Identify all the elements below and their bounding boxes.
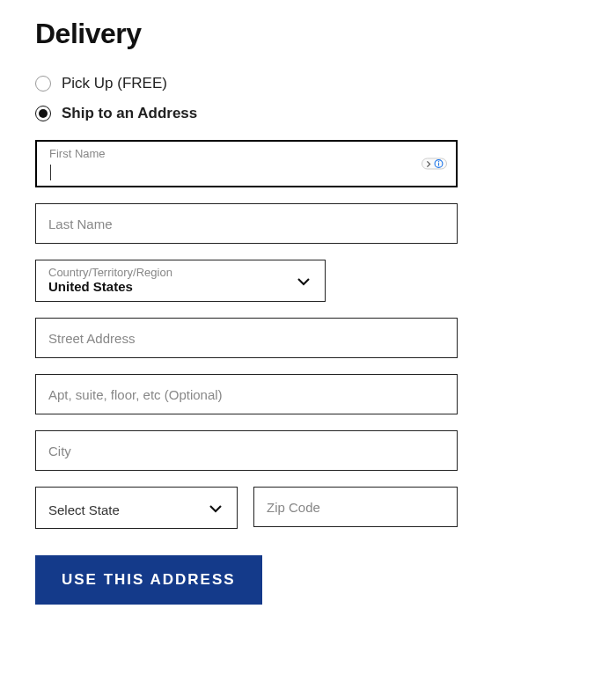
pickup-label: Pick Up (FREE) <box>62 75 167 92</box>
info-icon <box>434 159 444 169</box>
pickup-option[interactable]: Pick Up (FREE) <box>35 75 581 92</box>
country-select[interactable]: Country/Territory/Region United States <box>35 260 326 302</box>
apt-field[interactable] <box>35 374 458 414</box>
street-address-input[interactable] <box>48 319 444 357</box>
chevron-down-icon <box>207 500 224 517</box>
chevron-down-icon <box>295 273 312 290</box>
zip-input[interactable] <box>267 488 444 526</box>
delivery-method-group: Pick Up (FREE) Ship to an Address <box>35 75 581 122</box>
radio-icon <box>35 106 51 121</box>
radio-icon <box>35 76 51 92</box>
last-name-field[interactable] <box>35 203 458 244</box>
first-name-field[interactable]: First Name <box>35 140 458 187</box>
page-title: Delivery <box>35 18 581 50</box>
use-address-button[interactable]: USE THIS ADDRESS <box>35 555 262 605</box>
apt-input[interactable] <box>48 375 444 414</box>
ship-option[interactable]: Ship to an Address <box>35 105 581 122</box>
country-value: United States <box>48 279 133 297</box>
chevron-right-icon <box>425 160 432 167</box>
city-field[interactable] <box>35 430 458 471</box>
text-cursor <box>50 165 51 180</box>
city-input[interactable] <box>48 431 444 470</box>
state-placeholder: Select State <box>48 502 120 524</box>
last-name-input[interactable] <box>48 204 444 243</box>
ship-label: Ship to an Address <box>62 105 197 122</box>
first-name-input[interactable] <box>49 142 444 186</box>
svg-rect-2 <box>438 163 439 165</box>
autofill-indicator[interactable] <box>422 158 447 170</box>
street-address-field[interactable] <box>35 318 458 358</box>
first-name-label: First Name <box>49 147 106 160</box>
radio-selected-dot <box>39 109 48 118</box>
country-label: Country/Territory/Region <box>48 266 172 279</box>
state-select[interactable]: Select State <box>35 487 238 529</box>
svg-point-1 <box>438 161 439 162</box>
zip-field[interactable] <box>253 487 458 527</box>
